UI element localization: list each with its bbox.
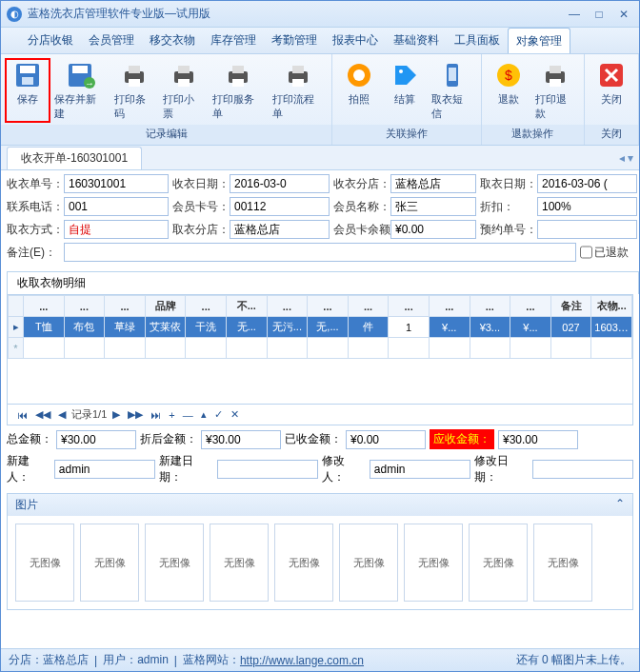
refunded-checkbox[interactable] bbox=[580, 243, 592, 262]
maximize-button[interactable]: □ bbox=[590, 7, 609, 22]
print-ticket-button[interactable]: 打印小票 bbox=[159, 58, 209, 123]
nav-add[interactable]: + bbox=[167, 409, 176, 421]
image-thumb[interactable]: 无图像 bbox=[274, 524, 333, 602]
grid-header[interactable]: ... bbox=[389, 296, 430, 317]
nav-next-page[interactable]: ▶▶ bbox=[126, 408, 145, 421]
image-thumb[interactable]: 无图像 bbox=[145, 524, 204, 602]
grid-cell[interactable]: 027 bbox=[550, 317, 591, 338]
grid-cell[interactable]: 160301 0... bbox=[591, 317, 632, 338]
menu-tools[interactable]: 工具面板 bbox=[447, 28, 508, 53]
member-name-field[interactable] bbox=[390, 197, 476, 216]
modifier-field[interactable] bbox=[370, 460, 470, 479]
tab-scroll-icon[interactable]: ◂ ▾ bbox=[619, 151, 633, 165]
print-barcode-button[interactable]: 打印条码 bbox=[110, 58, 160, 123]
grid-header[interactable]: ... bbox=[267, 296, 308, 317]
grid-header[interactable]: ... bbox=[429, 296, 470, 317]
status-site-link[interactable]: http://www.lange.com.cn bbox=[240, 654, 364, 667]
grid-header[interactable]: 不... bbox=[226, 296, 267, 317]
grid-header[interactable]: ... bbox=[470, 296, 510, 317]
grid-header[interactable]: 衣物... bbox=[591, 296, 632, 317]
grid-cell[interactable]: 无... bbox=[226, 317, 267, 338]
grid-cell[interactable]: 无,... bbox=[308, 317, 349, 338]
creator-field[interactable] bbox=[54, 460, 155, 479]
branch-field[interactable] bbox=[390, 174, 476, 193]
modify-date-field[interactable] bbox=[532, 460, 633, 479]
due-field[interactable] bbox=[498, 430, 578, 449]
save-button[interactable]: 保存 bbox=[5, 58, 50, 123]
refunded-checkbox-wrap[interactable]: 已退款 bbox=[580, 243, 633, 262]
table-row-new[interactable]: * bbox=[9, 338, 632, 359]
print-flow-button[interactable]: 打印流程单 bbox=[269, 58, 329, 123]
save-new-button[interactable]: → 保存并新建 bbox=[50, 58, 110, 123]
reserve-no-field[interactable] bbox=[537, 220, 637, 239]
received-field[interactable] bbox=[346, 430, 426, 449]
grid-header[interactable]: ... bbox=[24, 296, 65, 317]
nav-check[interactable]: ✓ bbox=[212, 408, 225, 421]
nav-edit[interactable]: ▴ bbox=[199, 408, 209, 421]
print-service-button[interactable]: 打印服务单 bbox=[209, 58, 269, 123]
grid-cell[interactable]: 布包 bbox=[64, 317, 105, 338]
menu-inventory[interactable]: 库存管理 bbox=[203, 28, 264, 53]
menu-attendance[interactable]: 考勤管理 bbox=[264, 28, 325, 53]
sms-button[interactable]: 取衣短信 bbox=[428, 58, 476, 123]
pickup-method-field[interactable] bbox=[64, 220, 169, 239]
grid-cell[interactable]: 干洗 bbox=[186, 317, 227, 338]
order-no-field[interactable] bbox=[64, 174, 169, 193]
order-date-field[interactable] bbox=[230, 174, 330, 193]
refund-button[interactable]: $ 退款 bbox=[486, 58, 531, 123]
nav-first[interactable]: ⏮ bbox=[15, 409, 30, 421]
grid-cell[interactable]: 草绿 bbox=[105, 317, 146, 338]
pickup-branch-field[interactable] bbox=[230, 220, 330, 239]
minimize-button[interactable]: — bbox=[565, 7, 584, 22]
nav-remove[interactable]: — bbox=[181, 409, 195, 421]
image-thumb[interactable]: 无图像 bbox=[15, 524, 74, 602]
image-thumb[interactable]: 无图像 bbox=[339, 524, 398, 602]
grid-header[interactable]: ... bbox=[308, 296, 349, 317]
image-thumb[interactable]: 无图像 bbox=[469, 524, 528, 602]
grid-cell[interactable]: ¥3... bbox=[470, 317, 510, 338]
create-date-field[interactable] bbox=[217, 460, 318, 479]
grid-cell[interactable]: 无污... bbox=[267, 317, 308, 338]
nav-cancel[interactable]: ✕ bbox=[229, 408, 241, 421]
discount-field[interactable] bbox=[537, 197, 637, 216]
image-panel-collapse[interactable]: ⌃ bbox=[615, 497, 625, 513]
nav-next[interactable]: ▶ bbox=[110, 408, 122, 421]
grid-header[interactable]: ... bbox=[510, 296, 551, 317]
grid-cell[interactable]: 件 bbox=[348, 317, 389, 338]
grid-cell[interactable]: ¥... bbox=[510, 317, 551, 338]
table-row[interactable]: ▸T恤布包草绿艾莱依干洗无...无污...无,...件1¥...¥3...¥..… bbox=[9, 317, 632, 338]
image-thumb[interactable]: 无图像 bbox=[404, 524, 463, 602]
detail-tab[interactable]: 收取衣物明细 bbox=[7, 271, 639, 294]
close-window-button[interactable]: ✕ bbox=[614, 7, 633, 22]
image-thumb[interactable]: 无图像 bbox=[210, 524, 269, 602]
menu-reports[interactable]: 报表中心 bbox=[325, 28, 386, 53]
grid-header[interactable]: ... bbox=[64, 296, 105, 317]
remark-field[interactable] bbox=[64, 243, 576, 262]
menu-basedata[interactable]: 基础资料 bbox=[386, 28, 447, 53]
doc-tab-order[interactable]: 收衣开单-160301001 bbox=[7, 147, 142, 169]
card-no-field[interactable] bbox=[230, 197, 330, 216]
grid-cell[interactable]: T恤 bbox=[24, 317, 65, 338]
image-thumb[interactable]: 无图像 bbox=[80, 524, 139, 602]
grid-header[interactable]: ... bbox=[186, 296, 227, 317]
grid-cell[interactable]: 1 bbox=[389, 317, 430, 338]
grid-cell[interactable]: ¥... bbox=[429, 317, 470, 338]
menu-transfer[interactable]: 移交衣物 bbox=[142, 28, 203, 53]
total-field[interactable] bbox=[56, 430, 136, 449]
menu-object-manage[interactable]: 对象管理 bbox=[508, 28, 570, 53]
phone-field[interactable] bbox=[64, 197, 169, 216]
photo-button[interactable]: 拍照 bbox=[336, 58, 382, 123]
image-thumb[interactable]: 无图像 bbox=[533, 524, 592, 602]
card-balance-field[interactable] bbox=[390, 220, 476, 239]
close-button[interactable]: 关闭 bbox=[589, 58, 634, 123]
grid-header[interactable]: ... bbox=[105, 296, 146, 317]
grid-header[interactable]: 品牌 bbox=[145, 296, 186, 317]
grid-cell[interactable]: 艾莱依 bbox=[145, 317, 186, 338]
detail-grid[interactable]: .........品牌...不........................备… bbox=[7, 294, 633, 405]
settle-button[interactable]: 结算 bbox=[382, 58, 428, 123]
grid-header[interactable]: ... bbox=[348, 296, 389, 317]
print-refund-button[interactable]: 打印退款 bbox=[531, 58, 580, 123]
nav-last[interactable]: ⏭ bbox=[149, 409, 163, 421]
nav-prev[interactable]: ◀ bbox=[56, 408, 68, 421]
menu-branch-cashier[interactable]: 分店收银 bbox=[20, 28, 81, 53]
